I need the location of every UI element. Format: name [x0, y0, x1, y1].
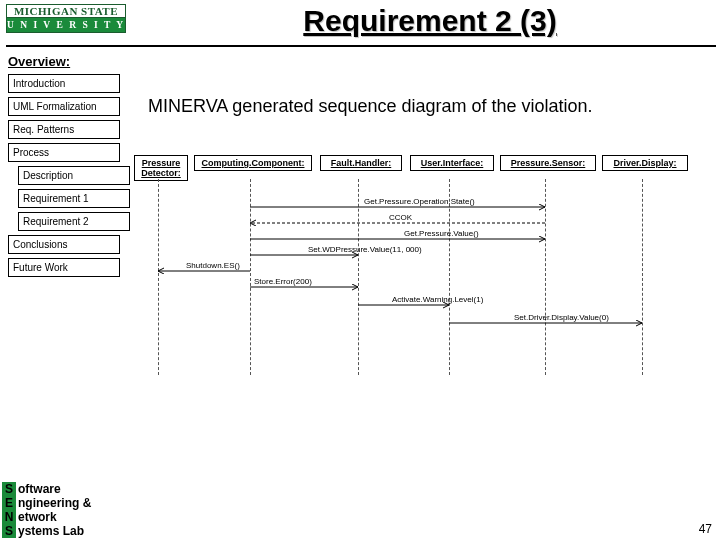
- msg-set-driver-display: Set.Driver.Display.Value(0): [514, 313, 609, 322]
- overview-label: Overview:: [8, 54, 70, 69]
- msg-activate-warning: Activate.Warning.Level(1): [392, 295, 483, 304]
- nav-introduction[interactable]: Introduction: [8, 74, 120, 93]
- sequence-diagram: Pressure Detector: Computing.Component: …: [134, 155, 716, 375]
- msg-store-error: Store.Error(200): [254, 277, 312, 286]
- msg-shutdown-es: Shutdown.ES(): [186, 261, 240, 270]
- msg-ccok: CCOK: [389, 213, 412, 222]
- lifeline-pressure-sensor: [545, 179, 546, 375]
- lifeline-pressure-detector: [158, 179, 159, 375]
- participant-pressure-sensor: Pressure.Sensor:: [500, 155, 596, 171]
- msg-get-pressure-value: Get.Pressure.Value(): [404, 229, 479, 238]
- lifeline-fault-handler: [358, 179, 359, 375]
- footer-s-word: oftware: [18, 482, 61, 496]
- slide-title: Requirement 2 (3): [150, 4, 710, 38]
- nav-future-work[interactable]: Future Work: [8, 258, 120, 277]
- nav-outline: Introduction UML Formalization Req. Patt…: [8, 74, 120, 277]
- logo-top-text: MICHIGAN STATE: [6, 4, 126, 17]
- header: MICHIGAN STATE U N I V E R S I T Y Requi…: [0, 0, 720, 52]
- participant-user-interface: User.Interface:: [410, 155, 494, 171]
- msg-set-wdpressure-value: Set.WDPressure.Value(11, 000): [308, 245, 422, 254]
- footer-e-word: ngineering &: [18, 496, 91, 510]
- lifeline-computing-component: [250, 179, 251, 375]
- msu-logo: MICHIGAN STATE U N I V E R S I T Y: [6, 4, 126, 33]
- title-underline: [6, 45, 716, 47]
- footer-n-letter: N: [2, 510, 16, 524]
- nav-req-patterns[interactable]: Req. Patterns: [8, 120, 120, 139]
- footer-n-word: etwork: [18, 510, 57, 524]
- nav-conclusions[interactable]: Conclusions: [8, 235, 120, 254]
- logo-bottom-text: U N I V E R S I T Y: [6, 17, 126, 33]
- sequence-arrows: [134, 155, 716, 375]
- participant-pressure-detector: Pressure Detector:: [134, 155, 188, 181]
- nav-description[interactable]: Description: [18, 166, 130, 185]
- msg-get-pressure-op-state: Get.Pressure.Operation.State(): [364, 197, 475, 206]
- footer-y-letter: S: [2, 524, 16, 538]
- participant-driver-display: Driver.Display:: [602, 155, 688, 171]
- nav-process[interactable]: Process: [8, 143, 120, 162]
- main-description: MINERVA generated sequence diagram of th…: [148, 96, 710, 117]
- nav-requirement-2[interactable]: Requirement 2: [18, 212, 130, 231]
- footer-lab-name: Software Engineering & Network Systems L…: [2, 482, 91, 538]
- participant-computing-component: Computing.Component:: [194, 155, 312, 171]
- lifeline-user-interface: [449, 179, 450, 375]
- footer-e-letter: E: [2, 496, 16, 510]
- slide: MICHIGAN STATE U N I V E R S I T Y Requi…: [0, 0, 720, 540]
- page-number: 47: [699, 522, 712, 536]
- footer-y-word: ystems Lab: [18, 524, 84, 538]
- lifeline-driver-display: [642, 179, 643, 375]
- participant-fault-handler: Fault.Handler:: [320, 155, 402, 171]
- nav-uml-formalization[interactable]: UML Formalization: [8, 97, 120, 116]
- nav-requirement-1[interactable]: Requirement 1: [18, 189, 130, 208]
- footer-s-letter: S: [2, 482, 16, 496]
